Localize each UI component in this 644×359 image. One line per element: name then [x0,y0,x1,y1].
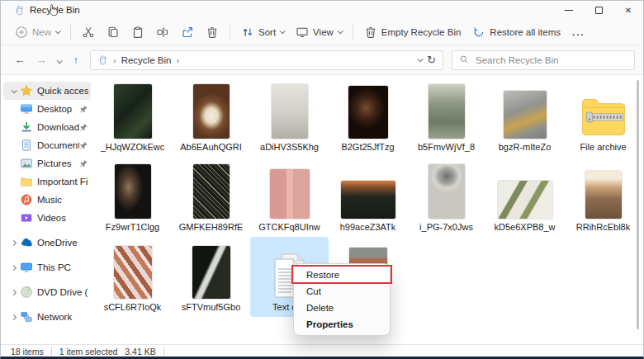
chevron-right-icon[interactable] [7,291,20,295]
image-thumbnail [192,246,230,299]
menu-item-delete[interactable]: Delete [294,300,390,316]
pin-icon [79,105,88,114]
file-item[interactable]: sCFL6R7IoQk [93,237,172,317]
vertical-scrollbar[interactable] [637,80,639,329]
sidebar-item-dvd-drive-d-cpra[interactable]: DVD Drive (D:) CPRA [3,283,91,301]
menu-item-restore[interactable]: Restore [294,267,390,283]
file-label: Fz9wrT1Clgg [106,222,159,233]
paste-icon [131,26,144,39]
image-thumbnail [585,171,622,219]
sidebar-item-this-pc[interactable]: This PC [3,258,91,276]
forward-button[interactable]: → [31,54,52,66]
refresh-button[interactable]: ↻ [427,54,436,66]
close-button[interactable]: ✕ [613,1,643,19]
sidebar-item-label: Quick access [37,86,88,96]
file-item[interactable]: RRihRcEbl8k [564,157,642,237]
file-item[interactable]: Ab6EAuhQGRI [172,77,250,157]
file-item[interactable]: Fz9wrT1Clgg [93,157,172,237]
sidebar-item-documents[interactable]: Documents [3,136,91,154]
file-item[interactable]: GMFKEH89RfE [172,157,250,237]
file-item[interactable]: i_PG-7x0Jws [407,157,485,237]
new-button[interactable]: New [9,22,65,42]
sidebar-item-quick-access[interactable]: Quick access [3,82,91,100]
copy-button[interactable] [101,22,125,42]
sidebar-item-music[interactable]: Music [3,191,91,209]
sidebar-item-videos[interactable]: Videos [3,209,91,227]
file-item[interactable]: aDiHV3S5Khg [250,77,329,157]
empty-recycle-bin-button[interactable]: Empty Recycle Bin [358,22,467,42]
sidebar-item-onedrive[interactable]: OneDrive [3,234,91,252]
sidebar-item-desktop[interactable]: Desktop [3,100,91,118]
image-thumbnail [114,246,152,299]
menu-item-properties[interactable]: Properties [294,316,390,333]
file-item[interactable]: h99aceZ3ATk [329,157,407,237]
sidebar: Quick accessDesktopDownloadsDocumentsPic… [1,75,93,344]
paste-button[interactable] [125,22,150,42]
rename-button[interactable] [150,22,175,42]
window-title-area: Recycle Bin [1,5,80,16]
share-button[interactable] [175,22,200,42]
selection-size: 3.41 KB [125,347,155,357]
file-item[interactable]: B2Gt25JfTzg [329,77,407,157]
view-icon [296,26,309,39]
downloads-icon [20,120,33,134]
view-button[interactable]: View [290,22,348,42]
delete-button[interactable] [200,22,225,42]
view-button-label: View [313,27,334,37]
file-item[interactable]: GTCKFq8UInw [250,157,329,237]
mouse-cursor-hand [47,3,59,20]
maximize-icon [595,7,603,14]
sort-button-label: Sort [258,27,276,37]
sidebar-item-important-files[interactable]: Important Files [3,172,91,191]
search-icon [459,53,469,68]
recent-locations-button[interactable] [52,54,65,66]
file-item[interactable]: _HJqWZOkEwc [93,77,172,157]
file-item[interactable]: File archive [564,77,642,157]
file-label: GMFKEH89RfE [179,222,244,233]
more-options-button[interactable]: ... [566,24,591,40]
up-button[interactable]: ↑ [65,54,87,66]
menu-item-cut[interactable]: Cut [294,283,390,300]
file-label: Ab6EAuhQGRI [180,142,242,153]
refresh-icon: ↻ [427,54,436,66]
file-item[interactable]: bgzR-mIteZo [485,77,564,157]
sidebar-item-downloads[interactable]: Downloads [3,118,91,136]
file-item[interactable]: b5FmvWjVf_8 [407,77,485,157]
breadcrumb-bar[interactable]: › Recycle Bin › ↻ [90,50,443,70]
search-box[interactable] [452,50,635,70]
file-label: RRihRcEbl8k [576,222,630,233]
sort-arrows-icon [241,26,254,39]
context-menu: RestoreCutDeleteProperties [293,263,391,336]
minimize-button[interactable] [554,1,584,19]
chevron-down-icon [280,28,286,34]
sidebar-item-pictures[interactable]: Pictures [3,154,91,172]
dvd-icon [20,286,33,299]
restore-all-items-button[interactable]: Restore all items [466,22,566,42]
chevron-right-icon[interactable] [7,266,20,270]
chevron-down-icon[interactable] [7,89,20,93]
sort-button[interactable]: Sort [235,22,290,42]
back-button[interactable]: ← [9,54,31,66]
sidebar-item-network[interactable]: Network [3,308,91,326]
address-dropdown-icon[interactable] [418,56,424,62]
recycle-bin-icon [14,5,25,16]
breadcrumb-location[interactable]: Recycle Bin [121,55,172,65]
zip-folder-icon [580,96,627,139]
search-input[interactable] [474,54,627,66]
toolbar: New Sort View Empty Recycle Bin Restore … [1,19,643,45]
sidebar-item-label: OneDrive [37,238,78,248]
maximize-button[interactable] [584,1,613,19]
file-item[interactable]: kD5e6XPB8_w [485,157,564,237]
copy-icon [107,26,120,39]
cut-button[interactable] [76,22,101,42]
address-bar: ← → ↑ › Recycle Bin › ↻ [1,45,643,75]
file-item[interactable]: sFTVmuf5Gbo [172,237,250,317]
image-thumbnail [114,84,152,139]
chevron-right-icon[interactable] [7,315,20,319]
chevron-right-icon[interactable] [7,241,20,245]
file-label: sFTVmuf5Gbo [182,302,241,313]
selection-count: 1 item selected [59,347,118,357]
close-icon: ✕ [625,6,632,15]
status-divider [51,347,52,356]
file-label: B2Gt25JfTzg [341,142,394,153]
